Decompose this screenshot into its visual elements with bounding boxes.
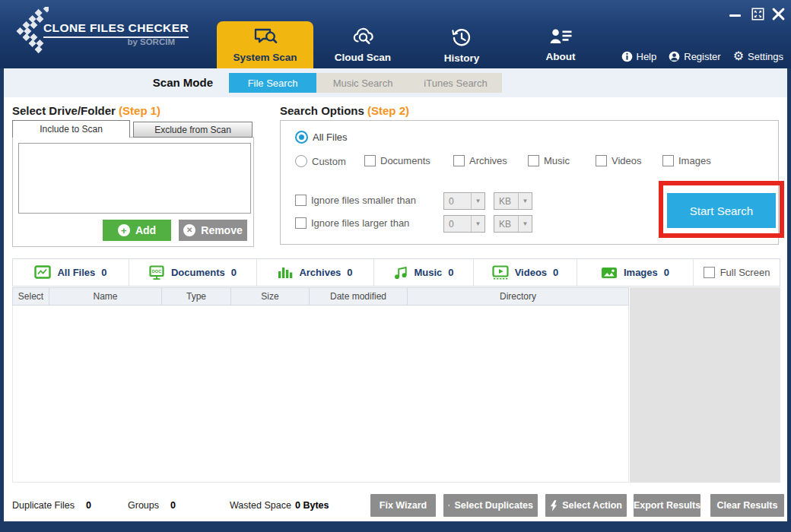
nav-tab-label: About (546, 51, 576, 62)
scan-mode-label: Scan Mode (114, 76, 213, 89)
results-tab-documents[interactable]: DOC Documents 0 (129, 259, 257, 286)
cloud-scan-icon (351, 27, 375, 48)
select-duplicates-label: Select Duplicates (454, 500, 533, 511)
add-label: Add (135, 224, 156, 236)
all-files-icon (34, 265, 51, 280)
column-header-size[interactable]: Size (231, 288, 310, 305)
chevron-down-icon: ▼ (471, 216, 484, 232)
tab-exclude-from-scan[interactable]: Exclude from Scan (133, 122, 253, 138)
results-tab-archives[interactable]: Archives 0 (257, 259, 374, 286)
documents-icon: DOC (149, 265, 165, 280)
column-header-name[interactable]: Name (49, 288, 162, 305)
images-option[interactable]: Images (662, 155, 711, 166)
results-tab-label: Documents (171, 267, 225, 278)
documents-option[interactable]: Documents (364, 155, 430, 166)
drive-panel-title-text: Select Drive/Folder (12, 104, 116, 117)
smaller-size-combo[interactable]: 0 ▼ (443, 192, 485, 210)
results-tab-videos[interactable]: Videos 0 (474, 259, 577, 286)
results-tab-bar: All Files 0 DOC Documents 0 Archives (12, 258, 780, 287)
full-screen-checkbox[interactable] (704, 267, 715, 278)
help-icon (621, 51, 633, 62)
results-tab-count: 0 (448, 267, 453, 278)
maximize-button[interactable] (750, 6, 765, 21)
chevron-down-icon: ▼ (518, 193, 532, 209)
start-search-button[interactable]: Start Search (667, 193, 776, 228)
archives-checkbox[interactable] (453, 155, 465, 166)
add-button[interactable]: + Add (103, 220, 171, 241)
side-panel-empty (630, 287, 780, 483)
results-table-body[interactable] (12, 306, 629, 483)
results-tab-music[interactable]: Music 0 (374, 259, 474, 286)
all-files-option[interactable]: All Files (295, 131, 348, 144)
select-duplicates-button[interactable]: Select Duplicates (443, 494, 538, 517)
header-links: Help Register ⚙ Settings (621, 47, 784, 65)
settings-link[interactable]: ⚙ Settings (733, 50, 783, 62)
close-button[interactable] (770, 5, 786, 22)
custom-radio[interactable] (295, 155, 307, 167)
documents-label: Documents (380, 155, 430, 166)
duplicate-files-label: Duplicate Files (12, 500, 75, 511)
remove-button[interactable]: ✕ Remove (179, 220, 247, 241)
remove-label: Remove (201, 224, 242, 236)
all-files-label: All Files (313, 131, 348, 143)
nav-tab-cloud-scan[interactable]: Cloud Scan (317, 21, 408, 68)
column-header-directory[interactable]: Directory (408, 288, 628, 305)
minimize-icon (729, 14, 741, 17)
results-tab-count: 0 (231, 267, 237, 278)
fix-wizard-button[interactable]: Fix Wizard (370, 494, 436, 517)
nav-tab-history[interactable]: History (416, 21, 507, 68)
videos-option[interactable]: Videos (596, 155, 642, 166)
smaller-unit-combo[interactable]: KB ▼ (494, 192, 532, 210)
videos-checkbox[interactable] (596, 155, 607, 166)
help-link[interactable]: Help (621, 51, 657, 62)
archives-option[interactable]: Archives (453, 155, 507, 166)
ignore-larger-checkbox[interactable] (295, 217, 307, 229)
larger-unit-combo[interactable]: KB ▼ (494, 215, 532, 233)
custom-option[interactable]: Custom (295, 155, 346, 167)
app-window: CLONE FILES CHECKER by SORCIM System Sca… (0, 0, 791, 532)
chevron-down-icon: ▼ (518, 216, 532, 232)
chevron-down-icon: ▼ (471, 193, 484, 209)
export-results-button[interactable]: Export Results (634, 494, 700, 517)
column-header-type[interactable]: Type (162, 288, 231, 305)
maximize-icon (751, 8, 764, 21)
register-link[interactable]: Register (669, 51, 720, 62)
ignore-smaller-checkbox[interactable] (295, 195, 307, 206)
ignore-smaller-label: Ignore files smaller than (311, 195, 416, 206)
full-screen-option[interactable]: Full Screen (694, 259, 780, 286)
results-tab-images[interactable]: Images 0 (577, 259, 694, 286)
remove-icon: ✕ (183, 224, 195, 236)
column-header-date-modified[interactable]: Date modified (310, 288, 408, 305)
documents-checkbox[interactable] (364, 155, 376, 166)
ignore-smaller-option[interactable]: Ignore files smaller than (295, 195, 416, 206)
tab-file-search[interactable]: File Search (229, 73, 316, 93)
all-files-radio[interactable] (295, 131, 308, 144)
music-checkbox[interactable] (528, 155, 539, 166)
results-tab-label: Videos (515, 267, 547, 278)
ignore-larger-option[interactable]: Ignore files larger than (295, 217, 409, 229)
ignore-larger-label: Ignore files larger than (311, 217, 409, 229)
archives-label: Archives (469, 155, 507, 166)
drive-panel-step: (Step 1) (119, 104, 160, 117)
select-action-button[interactable]: Select Action (545, 494, 627, 517)
nav-tab-label: History (444, 52, 480, 64)
results-tab-count: 0 (101, 267, 106, 278)
nav-tab-system-scan[interactable]: System Scan (217, 21, 313, 68)
column-header-select[interactable]: Select (13, 288, 49, 305)
tab-include-to-scan[interactable]: Include to Scan (12, 120, 130, 138)
folder-list[interactable] (18, 143, 251, 214)
images-checkbox[interactable] (662, 155, 674, 166)
videos-label: Videos (612, 155, 642, 166)
results-tab-all-files[interactable]: All Files 0 (13, 259, 129, 286)
clear-results-button[interactable]: Clear Results (710, 494, 784, 517)
minimize-button[interactable] (726, 8, 743, 23)
tab-music-search[interactable]: Music Search (316, 73, 409, 93)
register-icon (669, 51, 680, 62)
music-option[interactable]: Music (528, 155, 570, 166)
larger-size-combo[interactable]: 0 ▼ (443, 215, 485, 233)
search-options-title-text: Search Options (280, 104, 364, 117)
smaller-size-value: 0 (444, 193, 471, 209)
tab-itunes-search[interactable]: iTunes Search (409, 73, 502, 93)
nav-tab-about[interactable]: About (515, 21, 606, 68)
add-icon: + (118, 224, 130, 236)
